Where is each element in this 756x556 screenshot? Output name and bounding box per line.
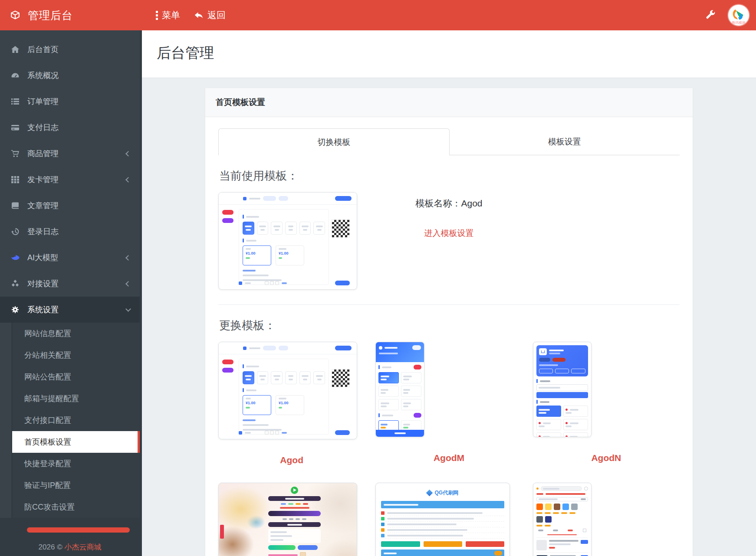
sidebar-accent-bar: [27, 527, 130, 533]
sidebar-item-login-log[interactable]: 登录日志: [0, 219, 140, 245]
submenu-home-template[interactable]: 首页模板设置: [12, 431, 140, 453]
template-thumbnail-anime[interactable]: [218, 483, 357, 556]
top-header: 管理后台 菜单 返回 腾讯视频: [0, 0, 756, 30]
template-thumbnail-mobile-shop[interactable]: [533, 483, 592, 556]
sidebar-item-overview[interactable]: 系统概况: [0, 62, 140, 88]
page-header: 后台管理: [142, 30, 756, 78]
play-logo-icon: [291, 487, 298, 494]
chevron-down-icon: [125, 306, 131, 312]
back-button[interactable]: 返回: [194, 9, 226, 21]
menu-label: 菜单: [162, 9, 180, 21]
copyright: 2026 © 小杰云商城: [0, 542, 140, 552]
sidebar: 后台首页 系统概况 订单管理 支付日志 商品管理 发卡管理: [0, 30, 142, 556]
submenu-announcement[interactable]: 网站公告配置: [12, 366, 140, 388]
submenu-email-notify[interactable]: 邮箱与提醒配置: [12, 388, 140, 409]
enter-template-settings-link[interactable]: 进入模板设置: [424, 228, 473, 239]
template-cell-agod: ¥1.00 ¥1.00 Agod: [218, 342, 365, 483]
template-tabs: 切换模板 模板设置: [218, 128, 680, 155]
ellipsis-v-icon: [156, 11, 158, 20]
submenu-payment-api[interactable]: 支付接口配置: [12, 409, 140, 431]
template-name-agodm[interactable]: AgodM: [375, 453, 522, 463]
brand-link[interactable]: 小杰云商城: [64, 543, 101, 551]
gear-icon: [10, 305, 20, 314]
grid-icon: [10, 175, 20, 184]
chevron-left-icon: [125, 151, 131, 157]
sidebar-item-payment-log[interactable]: 支付日志: [0, 114, 140, 141]
avatar-caption: 腾讯视频: [728, 20, 749, 25]
sidebar-item-system-settings[interactable]: 系统设置: [0, 297, 140, 323]
avatar[interactable]: 腾讯视频: [728, 5, 749, 26]
chevron-left-icon: [125, 281, 131, 287]
sidebar-item-articles[interactable]: 文章管理: [0, 193, 140, 219]
history-icon: [10, 227, 20, 236]
back-label: 返回: [207, 9, 226, 21]
system-settings-submenu: 网站信息配置 分站相关配置 网站公告配置 邮箱与提醒配置 支付接口配置 首页模板…: [0, 323, 140, 518]
cart-icon: [539, 348, 547, 355]
cubes-icon: [10, 279, 20, 288]
back-arrow-icon: [194, 11, 204, 20]
template-thumbnail-agodm[interactable]: [375, 342, 424, 437]
content: 首页模板设置 切换模板 模板设置 当前使用模板：: [142, 78, 756, 556]
template-name-agodn[interactable]: AgodN: [533, 453, 680, 463]
whale-icon: [10, 253, 20, 262]
submenu-substation[interactable]: 分站相关配置: [12, 344, 140, 366]
search-icon: [584, 487, 588, 491]
template-name: 模板名称：Agod: [415, 197, 482, 209]
qr-code: [332, 219, 350, 238]
sidebar-item-integrations[interactable]: 对接设置: [0, 271, 140, 297]
template-settings-card: 首页模板设置 切换模板 模板设置 当前使用模板：: [205, 88, 693, 556]
cart-icon: [10, 149, 20, 158]
sidebar-item-orders[interactable]: 订单管理: [0, 88, 140, 114]
template-thumbnail-qg[interactable]: QG代刷网: [375, 483, 510, 556]
app-brand[interactable]: 管理后台: [0, 8, 142, 23]
change-template-label: 更换模板：: [219, 318, 680, 333]
submenu-quick-login[interactable]: 快捷登录配置: [12, 453, 140, 474]
qg-logo-text: QG代刷网: [434, 489, 458, 497]
side-tag: [220, 525, 224, 539]
submenu-anti-cc[interactable]: 防CC攻击设置: [12, 496, 140, 518]
current-template-thumbnail[interactable]: ¥1.00 ¥1.00: [218, 192, 357, 290]
credit-card-icon: [10, 123, 20, 132]
divider: [218, 304, 680, 305]
wrench-icon[interactable]: [706, 10, 716, 20]
tab-switch-template[interactable]: 切换模板: [218, 128, 450, 155]
menu-toggle-button[interactable]: 菜单: [156, 9, 180, 21]
diamond-logo-icon: [426, 490, 433, 497]
chevron-left-icon: [125, 177, 131, 183]
sidebar-footer: 2026 © 小杰云商城: [0, 518, 140, 556]
template-cell-anime: [218, 483, 365, 556]
template-name-agod[interactable]: Agod: [218, 455, 365, 465]
card-title: 首页模板设置: [205, 88, 693, 117]
chevron-left-icon: [125, 255, 131, 261]
submenu-verify-ip[interactable]: 验证与IP配置: [12, 474, 140, 496]
template-cell-agodn: AgodN: [533, 342, 680, 483]
app-title: 管理后台: [28, 8, 73, 23]
template-cell-agodm: AgodM: [375, 342, 522, 483]
buy-button: [581, 540, 588, 544]
gauge-icon: [10, 71, 20, 80]
list-icon: [10, 97, 20, 106]
home-icon: [10, 45, 20, 54]
cube-icon: [10, 10, 21, 20]
book-icon: [10, 201, 20, 210]
template-cell-qg: QG代刷网: [375, 483, 522, 556]
template-cell-mobile-shop: [533, 483, 680, 556]
page-title: 后台管理: [157, 43, 756, 63]
sidebar-item-products[interactable]: 商品管理: [0, 141, 140, 167]
main-area: 后台管理 首页模板设置 切换模板 模板设置 当前使用模板：: [142, 30, 756, 556]
sidebar-nav: 后台首页 系统概况 订单管理 支付日志 商品管理 发卡管理: [0, 30, 140, 323]
qr-code: [332, 369, 350, 387]
template-thumbnail-agod[interactable]: ¥1.00 ¥1.00: [218, 342, 357, 439]
sidebar-item-ai-models[interactable]: AI大模型: [0, 245, 140, 271]
template-thumbnail-agodn[interactable]: [533, 342, 592, 437]
current-template-label: 当前使用模板：: [219, 168, 680, 183]
sidebar-item-card-issuing[interactable]: 发卡管理: [0, 167, 140, 193]
sidebar-item-home[interactable]: 后台首页: [0, 36, 140, 62]
submenu-site-info[interactable]: 网站信息配置: [12, 323, 140, 344]
tab-template-settings[interactable]: 模板设置: [450, 128, 680, 155]
